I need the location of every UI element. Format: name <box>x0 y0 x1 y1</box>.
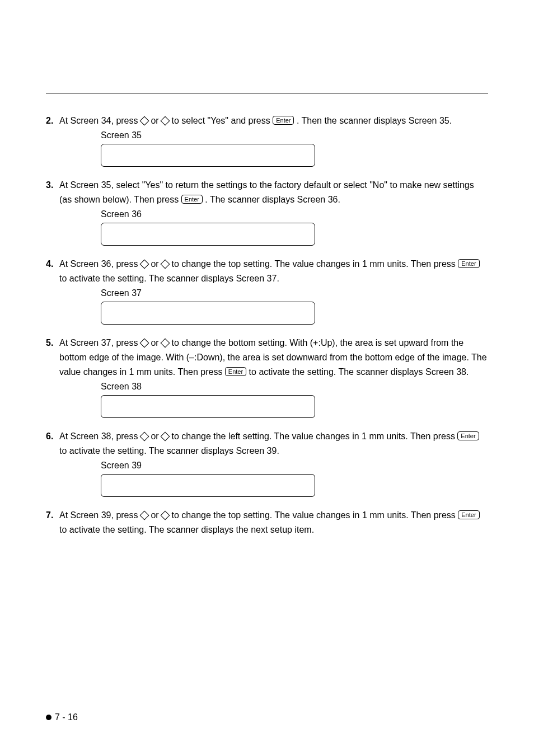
step-line: 6.At Screen 38, press or to change the l… <box>46 429 488 458</box>
screen-box <box>101 223 315 246</box>
step: 5.At Screen 37, press or to change the b… <box>46 336 488 418</box>
page-footer: 7 - 16 <box>46 712 78 722</box>
step-line: 4.At Screen 36, press or to change the t… <box>46 257 488 286</box>
screen-box <box>101 395 315 418</box>
screen-label: Screen 39 <box>101 461 488 471</box>
step-number: 2. <box>46 114 59 128</box>
diamond-icon <box>161 116 170 126</box>
screen-label: Screen 36 <box>101 209 488 219</box>
step-body: At Screen 34, press or to select "Yes" a… <box>59 114 488 128</box>
diamond-icon <box>139 339 149 348</box>
step-number: 3. <box>46 178 59 192</box>
step-number: 6. <box>46 429 59 444</box>
diamond-icon <box>161 432 170 442</box>
step-line: 3.At Screen 35, select "Yes" to return t… <box>46 178 488 207</box>
step-line: 2.At Screen 34, press or to select "Yes"… <box>46 114 488 128</box>
diamond-icon <box>139 260 149 269</box>
step-line: 5.At Screen 37, press or to change the b… <box>46 336 488 379</box>
step-text: At Screen 38, press or to change the lef… <box>59 429 488 458</box>
enter-key-icon: Enter <box>225 367 246 376</box>
step-body: At Screen 35, select "Yes" to return the… <box>59 178 488 207</box>
screen-label: Screen 37 <box>101 288 488 298</box>
page: 2.At Screen 34, press or to select "Yes"… <box>0 0 534 756</box>
enter-key-icon: Enter <box>457 431 479 440</box>
step-text: At Screen 37, press or to change the bot… <box>59 336 488 379</box>
diamond-icon <box>161 511 170 520</box>
diamond-icon <box>139 511 149 520</box>
step-text: At Screen 36, press or to change the top… <box>59 257 488 286</box>
diamond-icon <box>139 116 149 126</box>
step-number: 5. <box>46 336 59 350</box>
diamond-icon <box>139 432 149 442</box>
footer-bullet-icon <box>46 715 51 720</box>
step-text: At Screen 35, select "Yes" to return the… <box>59 178 488 207</box>
screen-label: Screen 35 <box>101 130 488 140</box>
step-body: At Screen 37, press or to change the bot… <box>59 336 488 379</box>
enter-key-icon: Enter <box>181 195 203 204</box>
screen-box <box>101 302 315 325</box>
enter-key-icon: Enter <box>273 116 294 125</box>
step: 7.At Screen 39, press or to change the t… <box>46 508 488 537</box>
step: 2.At Screen 34, press or to select "Yes"… <box>46 114 488 167</box>
step-number: 4. <box>46 257 59 271</box>
enter-key-icon: Enter <box>458 510 479 519</box>
screen-box <box>101 144 315 167</box>
step-body: At Screen 39, press or to change the top… <box>59 508 488 537</box>
steps-list: 2.At Screen 34, press or to select "Yes"… <box>46 114 488 537</box>
step-text: At Screen 34, press or to select "Yes" a… <box>59 114 488 128</box>
enter-key-icon: Enter <box>458 259 479 268</box>
screen-label: Screen 38 <box>101 382 488 392</box>
step: 6.At Screen 38, press or to change the l… <box>46 429 488 497</box>
screen-box <box>101 474 315 497</box>
step-line: 7.At Screen 39, press or to change the t… <box>46 508 488 537</box>
diamond-icon <box>161 260 170 269</box>
diamond-icon <box>161 339 170 348</box>
step: 3.At Screen 35, select "Yes" to return t… <box>46 178 488 246</box>
step-number: 7. <box>46 508 59 523</box>
page-number: 7 - 16 <box>55 712 78 722</box>
step-text: At Screen 39, press or to change the top… <box>59 508 488 537</box>
step-body: At Screen 38, press or to change the lef… <box>59 429 488 458</box>
step-body: At Screen 36, press or to change the top… <box>59 257 488 286</box>
top-rule <box>46 93 488 93</box>
step: 4.At Screen 36, press or to change the t… <box>46 257 488 325</box>
